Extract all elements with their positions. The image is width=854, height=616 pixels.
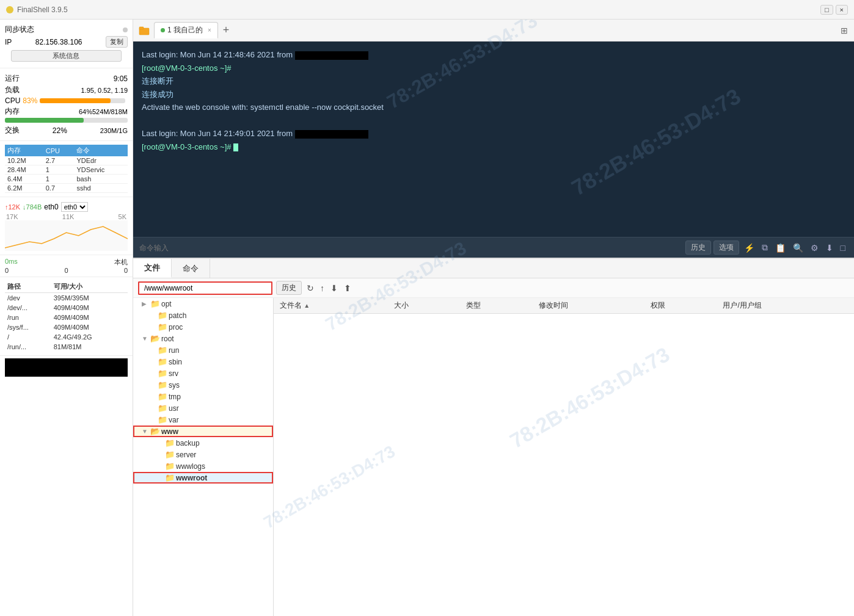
terminal-line-6: [142, 115, 845, 127]
mem-progress: [5, 118, 128, 123]
load-value: 1.95, 0.52, 1.19: [81, 87, 128, 94]
tree-item-tmp[interactable]: 📁 tmp: [133, 391, 273, 402]
redacted-ip-2: [295, 130, 368, 139]
tree-item-backup[interactable]: 📁 backup: [133, 437, 273, 449]
command-input[interactable]: [139, 244, 683, 252]
disk-cell: /: [5, 332, 51, 342]
search-icon[interactable]: 🔍: [790, 242, 806, 254]
grid-view-button[interactable]: ⊞: [837, 26, 852, 35]
tree-item-opt[interactable]: ▶ 📁 opt: [133, 298, 273, 310]
process-cell: YDServic: [74, 165, 128, 175]
disk-cell: /dev: [5, 293, 51, 303]
terminal-prompt-2: [root@VM-0-3-centos ~]#: [142, 142, 232, 151]
process-row: 6.2M0.7sshd: [5, 184, 128, 193]
col-filename[interactable]: 文件名 ▲: [274, 298, 388, 314]
process-row: 10.2M2.7YDEdr: [5, 156, 128, 165]
swap-label: 交换: [5, 125, 20, 136]
sort-arrow-filename: ▲: [304, 302, 310, 309]
col-user[interactable]: 用户/用户组: [717, 298, 854, 314]
tree-item-usr[interactable]: 📁 usr: [133, 402, 273, 414]
folder-opt-icon: 📁: [150, 299, 160, 308]
clipboard-icon[interactable]: 📋: [773, 242, 788, 254]
folder-sbin-icon: 📁: [158, 357, 167, 366]
process-section: 内存 CPU 命令 10.2M2.7YDEdr28.4M1YDServic6.4…: [0, 141, 133, 197]
refresh-icon[interactable]: ↻: [305, 282, 315, 294]
tree-item-wwwroot[interactable]: 📁 wwwroot: [133, 472, 273, 484]
net-interface: eth0: [44, 203, 58, 211]
download-icon[interactable]: ⬇: [823, 242, 836, 254]
system-stats-section: 运行 9:05 负载 1.95, 0.52, 1.19 CPU 83% 内存 6…: [0, 68, 133, 141]
tree-item-www[interactable]: ▼ 📂 www: [133, 426, 273, 437]
latency-header-row: 0ms 本机: [5, 258, 128, 267]
col-size[interactable]: 大小: [388, 298, 461, 314]
lightning-icon[interactable]: ⚡: [742, 242, 757, 254]
tree-item-proc[interactable]: 📁 proc: [133, 321, 273, 333]
tree-item-srv[interactable]: 📁 srv: [133, 368, 273, 379]
cpu-progress-fill: [40, 98, 111, 103]
mem-progress-fill: [5, 118, 84, 123]
history-button[interactable]: 历史: [685, 241, 711, 255]
tree-item-sys[interactable]: 📁 sys: [133, 379, 273, 391]
disk-row: /dev395M/395M: [5, 293, 128, 303]
title-close-button[interactable]: ×: [836, 5, 848, 15]
add-tab-button[interactable]: +: [219, 24, 233, 37]
tree-item-var[interactable]: 📁 var: [133, 414, 273, 426]
process-cell: 6.4M: [5, 175, 43, 184]
net-val-low: 5K: [119, 213, 126, 220]
terminal-toolbar: 历史 选项 ⚡ ⧉ 📋 🔍 ⚙ ⬇ □: [133, 237, 854, 258]
cpu-progress: [40, 98, 125, 103]
terminal-output[interactable]: Last login: Mon Jun 14 21:48:46 2021 fro…: [133, 42, 854, 237]
path-input[interactable]: [138, 281, 272, 295]
options-button[interactable]: 选项: [713, 241, 739, 255]
tree-item-run[interactable]: 📁 run: [133, 344, 273, 356]
expand-icon[interactable]: □: [838, 242, 848, 254]
tree-item-server[interactable]: 📁 server: [133, 449, 273, 460]
net-select[interactable]: eth0: [61, 202, 88, 212]
folder-nav-button[interactable]: [136, 22, 153, 39]
folder-proc-icon: 📁: [158, 322, 167, 332]
copy-icon[interactable]: ⧉: [759, 241, 770, 254]
mem-row: 内存 64%524M/818M: [5, 106, 128, 117]
terminal-line-2: [root@VM-0-3-centos ~]#: [142, 62, 845, 74]
tree-item-root[interactable]: ▼ 📂 root: [133, 333, 273, 344]
folder-wwwroot-icon: 📁: [165, 473, 175, 482]
tab-close-button[interactable]: ×: [208, 27, 211, 34]
tree-item-patch[interactable]: 📁 patch: [133, 310, 273, 321]
folder-sys-icon: 📁: [158, 380, 167, 390]
item-www: www: [161, 427, 178, 436]
col-modified[interactable]: 修改时间: [533, 298, 644, 314]
file-tab-files[interactable]: 文件: [133, 259, 172, 278]
proc-mem-header: 内存: [5, 145, 43, 156]
process-cell: YDEdr: [74, 156, 128, 165]
disk-row: /dev/...409M/409M: [5, 303, 128, 313]
settings-icon[interactable]: ⚙: [808, 242, 821, 254]
sidebar-bottom-bar: [5, 358, 128, 377]
col-type[interactable]: 类型: [460, 298, 533, 314]
net-val-mid: 11K: [62, 213, 75, 220]
terminal-line-7: Last login: Mon Jun 14 21:49:01 2021 fro…: [142, 128, 845, 140]
file-tab-commands[interactable]: 命令: [172, 259, 210, 278]
download-file-icon[interactable]: ⬇: [329, 282, 339, 294]
proc-cmd-header: 命令: [74, 145, 128, 156]
network-graph: [5, 220, 128, 251]
tree-item-wwwlogs[interactable]: 📁 wwwlogs: [133, 460, 273, 472]
item-patch: patch: [169, 311, 186, 320]
swap-percent: 22%: [53, 126, 67, 135]
title-max-button[interactable]: □: [820, 5, 833, 15]
col-perms[interactable]: 权限: [644, 298, 717, 314]
file-history-button[interactable]: 历史: [276, 281, 302, 295]
upload-icon[interactable]: ↑: [319, 282, 326, 294]
svg-rect-1: [139, 27, 144, 29]
disk-size-header: 可用/大小: [51, 281, 128, 293]
network-section: ↑12K ↓784B eth0 eth0 17K 11K 5K: [0, 197, 133, 255]
tree-item-sbin[interactable]: 📁 sbin: [133, 356, 273, 368]
upload-file-icon[interactable]: ⬆: [343, 282, 352, 294]
folder-patch-icon: 📁: [158, 311, 167, 320]
disk-row: /run/...81M/81M: [5, 342, 128, 352]
item-usr: usr: [169, 404, 179, 413]
copy-button[interactable]: 复制: [106, 36, 128, 48]
minimize-button[interactable]: [6, 6, 13, 13]
tab-session[interactable]: 1 我自己的 ×: [154, 22, 218, 38]
disk-cell: 409M/409M: [51, 322, 128, 332]
sysinfo-button[interactable]: 系统信息: [11, 50, 122, 62]
